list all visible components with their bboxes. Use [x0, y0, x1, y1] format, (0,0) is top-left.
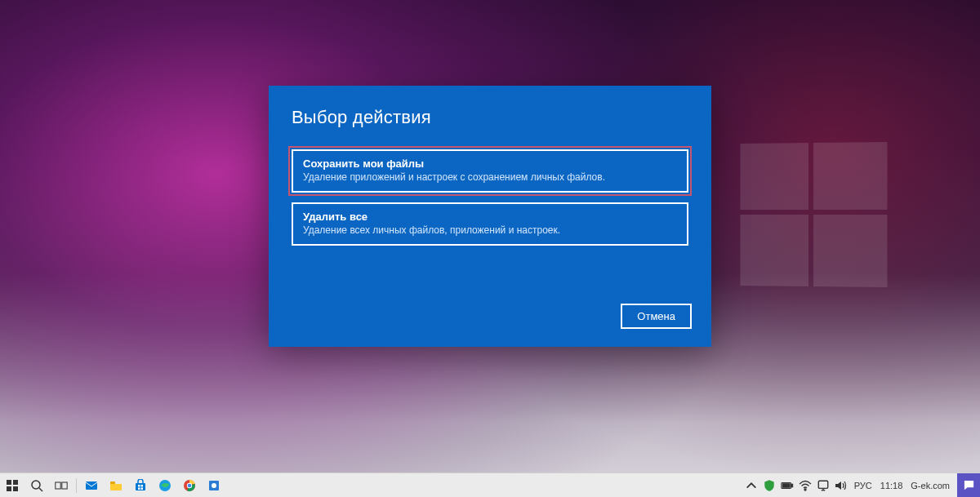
option-title: Сохранить мои файлы: [303, 158, 677, 170]
action-center-button[interactable]: [957, 473, 980, 497]
svg-point-24: [804, 489, 806, 490]
taskbar-app-mail[interactable]: [79, 473, 104, 497]
tray-security[interactable]: [760, 473, 778, 497]
volume-icon: [835, 479, 848, 492]
svg-rect-7: [62, 482, 67, 489]
taskbar-left: [0, 473, 226, 497]
network-icon: [817, 479, 830, 492]
svg-rect-2: [7, 486, 11, 491]
windows-start-icon: [6, 479, 19, 492]
task-view-button[interactable]: [49, 473, 74, 497]
wifi-icon: [799, 479, 812, 492]
tray-battery[interactable]: [778, 473, 796, 497]
taskbar-app-explorer[interactable]: [104, 473, 128, 497]
taskbar-app-generic[interactable]: [202, 473, 226, 497]
search-icon: [30, 479, 43, 492]
task-view-icon: [55, 479, 68, 492]
taskbar-app-chrome[interactable]: [177, 473, 202, 497]
tray-overflow[interactable]: [742, 473, 760, 497]
edge-icon: [158, 479, 172, 492]
svg-rect-13: [138, 487, 140, 490]
svg-rect-25: [818, 481, 827, 488]
notification-icon: [963, 479, 975, 491]
shield-icon: [763, 479, 776, 492]
svg-rect-1: [13, 480, 18, 485]
taskbar: РУС 11:18 G-ek.com: [0, 473, 980, 497]
svg-rect-3: [13, 486, 18, 491]
chrome-icon: [183, 479, 196, 492]
start-button[interactable]: [0, 473, 24, 497]
taskbar-app-store[interactable]: [128, 473, 153, 497]
store-icon: [134, 479, 147, 492]
option-title: Удалить все: [303, 211, 677, 223]
folder-icon: [109, 479, 122, 492]
chevron-up-icon: [745, 479, 758, 492]
taskbar-app-edge[interactable]: [153, 473, 177, 497]
search-button[interactable]: [24, 473, 49, 497]
svg-point-4: [32, 481, 40, 489]
svg-rect-23: [782, 483, 790, 486]
svg-rect-14: [141, 487, 144, 490]
mail-icon: [85, 479, 98, 492]
tray-clock[interactable]: 11:18: [876, 473, 907, 497]
svg-rect-6: [56, 482, 60, 489]
tray-volume[interactable]: [832, 473, 850, 497]
option-remove-all[interactable]: Удалить все Удаление всех личных файлов,…: [292, 202, 688, 246]
svg-point-18: [188, 483, 192, 487]
svg-rect-9: [110, 481, 115, 484]
taskbar-separator: [76, 478, 77, 493]
dialog-title: Выбор действия: [292, 107, 688, 128]
tray-network[interactable]: [814, 473, 832, 497]
svg-point-20: [212, 483, 216, 488]
option-desc: Удаление приложений и настроек с сохране…: [303, 171, 677, 183]
app-icon: [207, 479, 220, 492]
battery-icon: [781, 479, 794, 492]
tray-watermark: G-ek.com: [906, 473, 954, 497]
svg-rect-0: [7, 480, 11, 485]
option-desc: Удаление всех личных файлов, приложений …: [303, 224, 677, 236]
cancel-button[interactable]: Отмена: [621, 304, 692, 329]
windows-logo-watermark: [740, 142, 886, 286]
svg-rect-12: [141, 485, 144, 487]
svg-rect-10: [136, 483, 145, 490]
svg-line-5: [39, 488, 42, 491]
svg-rect-8: [86, 481, 97, 490]
tray-language[interactable]: РУС: [850, 473, 876, 497]
tray-wifi[interactable]: [796, 473, 814, 497]
taskbar-right: РУС 11:18 G-ek.com: [742, 473, 980, 497]
option-keep-files[interactable]: Сохранить мои файлы Удаление приложений …: [292, 149, 688, 193]
svg-rect-22: [791, 484, 793, 487]
reset-choice-dialog: Выбор действия Сохранить мои файлы Удале…: [269, 86, 711, 347]
svg-rect-11: [138, 485, 140, 487]
